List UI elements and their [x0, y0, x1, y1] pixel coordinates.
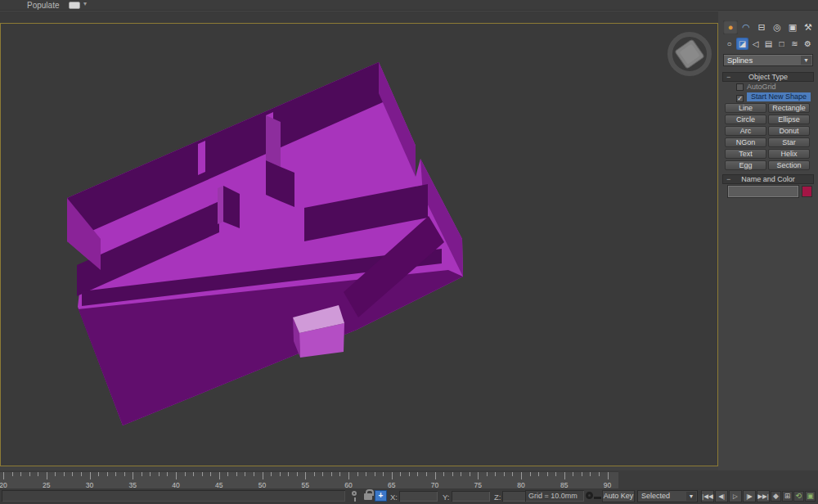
spline-type-dropdown[interactable]: Splines ▼ [723, 54, 813, 66]
spline-button-arc[interactable]: Arc [725, 126, 766, 136]
previous-frame-button[interactable]: ◀| [715, 490, 728, 502]
ruler-tick [366, 472, 366, 476]
ruler-tick [564, 472, 565, 479]
ruler-tick [426, 472, 427, 476]
tab-create[interactable]: ● [723, 20, 738, 34]
y-coordinate-field[interactable] [452, 491, 490, 502]
ruler-tick [443, 472, 444, 476]
auto-key-button[interactable]: Auto Key [602, 490, 635, 502]
ruler-tick [305, 472, 306, 479]
category-lights[interactable]: ◁ [749, 38, 762, 50]
ruler-tick [331, 472, 332, 476]
ruler-tick [487, 472, 488, 476]
spline-button-line[interactable]: Line [725, 103, 766, 113]
x-coordinate-label: X: [390, 493, 398, 502]
ruler-tick [504, 472, 505, 476]
door-gap-1 [198, 141, 205, 175]
object-name-input[interactable] [728, 186, 798, 197]
ruler-tick [547, 472, 548, 476]
ruler-tick [236, 472, 237, 476]
ruler-tick [202, 472, 203, 476]
play-button[interactable]: ▷ [729, 490, 742, 502]
ruler-tick [590, 472, 591, 476]
ruler-tick [392, 472, 393, 479]
maximize-viewport-button[interactable]: ▣ [805, 491, 816, 502]
time-ruler[interactable]: 202530354045505560657075808590 [0, 471, 618, 488]
ruler-tick [115, 472, 116, 476]
absolute-mode-toggle[interactable]: + [375, 490, 387, 502]
orbit-button[interactable]: ⟲ [793, 491, 804, 502]
ruler-tick [435, 472, 436, 479]
spline-button-ngon[interactable]: NGon [725, 137, 766, 147]
ruler-tick [280, 472, 281, 476]
set-key-icon[interactable] [586, 492, 593, 499]
spline-button-star[interactable]: Star [768, 137, 810, 147]
spline-button-section[interactable]: Section [768, 160, 810, 170]
tab-motion[interactable]: ◎ [770, 20, 784, 34]
selection-lock-icon[interactable] [364, 493, 372, 500]
prompt-line-input[interactable] [2, 490, 345, 502]
category-cameras[interactable]: ▤ [762, 38, 775, 50]
x-coordinate-field[interactable] [399, 491, 438, 502]
collapse-icon[interactable]: − [726, 73, 730, 81]
populate-icon[interactable] [69, 2, 80, 9]
ruler-tick [185, 472, 186, 476]
key-filter-dropdown[interactable]: Selected ▼ [637, 490, 698, 502]
key-filter-value: Selected [641, 492, 670, 500]
spline-button-egg[interactable]: Egg [725, 160, 766, 170]
category-shapes[interactable]: ◪ [736, 38, 748, 50]
ruler-tick [167, 472, 168, 476]
scene-canvas[interactable] [1, 24, 717, 466]
go-to-start-button[interactable]: |◀◀ [701, 490, 714, 502]
category-spacewarps[interactable]: ≋ [789, 38, 801, 50]
name-color-rollout-header[interactable]: − Name and Color [722, 174, 814, 184]
object-color-swatch[interactable] [802, 186, 812, 197]
category-geometry[interactable]: ○ [723, 38, 735, 50]
category-helpers[interactable]: □ [775, 38, 788, 50]
next-frame-button[interactable]: |▶ [743, 490, 756, 502]
ruler-tick [495, 472, 496, 476]
ruler-tick [193, 472, 194, 476]
spline-button-text[interactable]: Text [725, 149, 766, 159]
go-to-end-button[interactable]: ▶▶| [757, 490, 770, 502]
ruler-tick [271, 472, 272, 476]
category-systems[interactable]: ⚙ [802, 38, 814, 50]
toolbar-strip [0, 11, 818, 23]
populate-menu-item[interactable]: Populate [27, 1, 59, 10]
object-type-rollout-header[interactable]: − Object Type [722, 72, 814, 82]
start-new-shape-button[interactable]: Start New Shape [747, 92, 811, 101]
spline-button-donut[interactable]: Donut [768, 126, 810, 136]
chevron-down-icon[interactable]: ▼ [801, 56, 811, 65]
menu-bar: Populate ▾ [0, 0, 818, 11]
tab-modify[interactable]: ◠ [739, 20, 753, 34]
ruler-tick [538, 472, 539, 476]
ruler-tick [12, 472, 13, 476]
tab-utilities[interactable]: ⚒ [801, 20, 816, 34]
ruler-tick [512, 472, 513, 476]
zoom-extents-button[interactable]: ⊞ [782, 491, 793, 502]
spline-button-circle[interactable]: Circle [725, 115, 766, 124]
ruler-tick [3, 472, 4, 479]
ruler-tick [348, 472, 349, 479]
start-new-shape-checkbox[interactable]: ✓ [736, 95, 744, 102]
chevron-down-icon[interactable]: ▾ [83, 0, 87, 7]
spline-button-helix[interactable]: Helix [768, 149, 810, 159]
collapse-icon[interactable]: − [726, 175, 730, 183]
ruler-tick [383, 472, 384, 476]
chevron-down-icon[interactable]: ▼ [686, 492, 696, 501]
spline-button-rectangle[interactable]: Rectangle [768, 103, 810, 113]
object-type-buttons: LineRectangleCircleEllipseArcDonutNGonSt… [725, 103, 811, 170]
pin-icon[interactable] [352, 491, 357, 496]
viewcube[interactable] [670, 34, 709, 74]
spline-button-ellipse[interactable]: Ellipse [768, 115, 810, 124]
grid-spacing-readout: Grid = 10.0mm [525, 490, 584, 502]
ruler-tick [375, 472, 375, 476]
ruler-tick [478, 472, 479, 479]
ruler-tick [599, 472, 600, 476]
tab-hierarchy[interactable]: ⊟ [754, 20, 769, 34]
perspective-viewport[interactable] [0, 23, 718, 466]
ruler-tick [400, 472, 401, 476]
tab-display[interactable]: ▣ [785, 20, 800, 34]
autogrid-checkbox[interactable] [736, 83, 744, 91]
key-mode-button[interactable]: ◆ [771, 491, 781, 502]
